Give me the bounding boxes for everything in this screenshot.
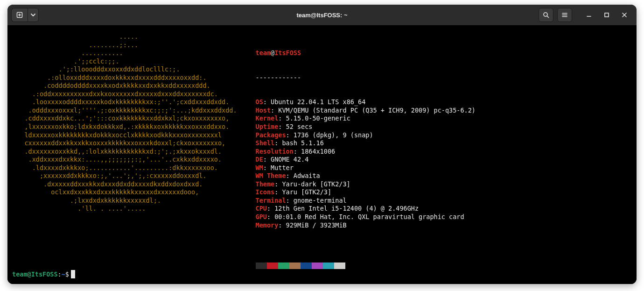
info-label: Resolution [256, 148, 294, 155]
prompt-colon: : [58, 270, 62, 278]
info-value: GNOME 42.4 [271, 156, 308, 163]
svg-rect-2 [605, 13, 609, 17]
info-host: ItsFOSS [274, 49, 301, 57]
info-value: 1864x1006 [301, 148, 335, 155]
info-label: OS [256, 98, 263, 106]
info-line: Terminal: gnome-terminal [256, 197, 476, 205]
chevron-down-icon [31, 13, 35, 17]
titlebar: team@ItsFOSS: ~ [7, 5, 637, 25]
info-value: Yaru [GTK2/3] [282, 188, 331, 196]
info-value: gnome-terminal [294, 197, 347, 204]
info-value: 1736 (dpkg), 9 (snap) [294, 131, 373, 139]
info-value: Adwaita [294, 172, 320, 179]
info-label: Packages [256, 131, 286, 139]
info-line: GPU: 00:01.0 Red Hat, Inc. QXL paravirtu… [256, 213, 476, 221]
terminal-window: team@ItsFOSS: ~ [7, 5, 637, 284]
info-value: 12th Gen Intel i5-12400 (4) @ 2.496GHz [274, 205, 419, 212]
prompt-dollar: $ [65, 270, 69, 278]
info-label: Host [256, 106, 271, 114]
info-label: Theme [256, 180, 275, 188]
info-divider: ------------ [256, 74, 476, 82]
info-line: Resolution: 1864x1006 [256, 148, 476, 156]
cursor [71, 270, 75, 278]
info-value: 52 secs [286, 123, 313, 130]
system-info: team@ItsFOSS ------------ OS: Ubuntu 22.… [256, 33, 476, 284]
info-line: CPU: 12th Gen Intel i5-12400 (4) @ 2.496… [256, 205, 476, 213]
info-line: Icons: Yaru [GTK2/3] [256, 188, 476, 197]
info-label: Memory [256, 221, 279, 229]
info-line: Memory: 929MiB / 3923MiB [256, 221, 476, 230]
info-label: WM Theme [256, 172, 286, 179]
info-value: KVM/QEMU (Standard PC (Q35 + ICH9, 2009)… [278, 106, 476, 114]
info-value: 00:01.0 Red Hat, Inc. QXL paravirtual gr… [274, 213, 464, 220]
close-button[interactable] [619, 9, 630, 21]
prompt-user: team@ItsFOSS [12, 270, 58, 278]
color-palette-dark [256, 263, 476, 269]
info-line: Host: KVM/QEMU (Standard PC (Q35 + ICH9,… [256, 106, 476, 115]
info-label: Icons [256, 188, 275, 196]
info-value: Ubuntu 22.04.1 LTS x86_64 [271, 98, 365, 106]
color-swatch [278, 263, 289, 269]
info-label: CPU [256, 205, 267, 212]
info-line: Theme: Yaru-dark [GTK2/3] [256, 180, 476, 189]
maximize-button[interactable] [601, 9, 612, 21]
color-swatch [256, 263, 267, 269]
hamburger-icon [561, 12, 568, 18]
maximize-icon [604, 12, 609, 18]
info-user: team [256, 49, 271, 57]
info-line: DE: GNOME 42.4 [256, 156, 476, 164]
info-value: Yaru-dark [GTK2/3] [282, 180, 350, 188]
color-swatch [334, 263, 345, 269]
info-header-sep: @ [271, 49, 274, 57]
info-value: Mutter [271, 164, 294, 171]
info-value: 5.15.0-50-generic [286, 114, 350, 122]
tab-dropdown-button[interactable] [28, 8, 39, 22]
info-line: Shell: bash 5.1.16 [256, 139, 476, 148]
minimize-button[interactable] [583, 9, 595, 21]
neofetch-output: ..... ........;:... ........... .';;cclc… [12, 33, 632, 284]
search-button[interactable] [539, 8, 553, 22]
color-swatch [301, 263, 312, 269]
color-swatch [312, 263, 323, 269]
info-header: team@ItsFOSS [256, 49, 476, 57]
info-line: OS: Ubuntu 22.04.1 LTS x86_64 [256, 98, 476, 106]
info-value: bash 5.1.16 [282, 139, 323, 147]
titlebar-left-controls [11, 8, 39, 22]
prompt-path: ~ [62, 270, 65, 278]
window-controls [581, 9, 633, 21]
color-swatch [267, 263, 278, 269]
info-label: Shell [256, 139, 275, 147]
minimize-icon [586, 12, 592, 18]
info-label: Uptime [256, 123, 279, 130]
search-icon [543, 12, 549, 18]
info-label: DE [256, 156, 263, 163]
info-line: WM: Mutter [256, 164, 476, 172]
info-label: Kernel [256, 114, 279, 122]
info-line: WM Theme: Adwaita [256, 172, 476, 180]
titlebar-right-controls [539, 8, 633, 22]
close-icon [622, 12, 627, 18]
info-label: WM [256, 164, 263, 171]
terminal-body[interactable]: ..... ........;:... ........... .';;cclc… [7, 25, 637, 284]
new-tab-button[interactable] [11, 8, 28, 22]
info-label: GPU [256, 213, 267, 220]
info-line: Kernel: 5.15.0-50-generic [256, 114, 476, 123]
prompt-line: team@ItsFOSS:~$ [12, 270, 75, 278]
new-tab-icon [16, 12, 23, 18]
info-label: Terminal [256, 197, 286, 204]
info-line: Uptime: 52 secs [256, 123, 476, 131]
info-value: 929MiB / 3923MiB [286, 221, 347, 229]
info-line: Packages: 1736 (dpkg), 9 (snap) [256, 131, 476, 140]
ascii-logo: ..... ........;:... ........... .';;cclc… [12, 33, 237, 213]
color-swatch [323, 263, 334, 269]
color-swatch [289, 263, 301, 269]
hamburger-menu-button[interactable] [557, 8, 572, 22]
